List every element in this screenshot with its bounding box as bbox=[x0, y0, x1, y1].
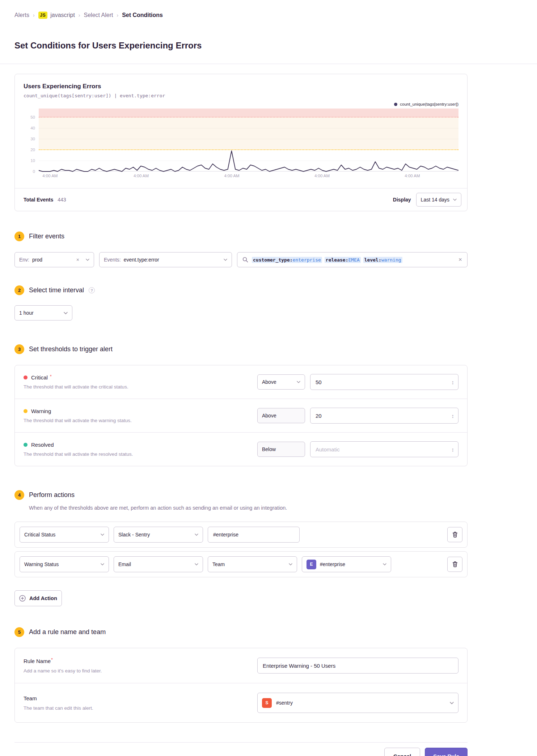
resolved-threshold-row: Resolved The threshold that will activat… bbox=[15, 432, 467, 466]
save-rule-button[interactable]: Save Rule bbox=[425, 748, 468, 756]
resolved-condition-value: Below bbox=[262, 446, 276, 452]
help-icon[interactable]: ? bbox=[89, 287, 95, 293]
chevron-down-icon bbox=[64, 312, 68, 314]
search-query-tokens: customer_type:enterprise release:EMEA le… bbox=[252, 257, 455, 263]
step-title: Perform actions bbox=[29, 491, 75, 499]
chevron-down-icon bbox=[383, 563, 386, 565]
action-team-value: #enterprise bbox=[320, 561, 345, 567]
step-rule-name: 5 Add a rule name and team Rule Name * A… bbox=[14, 627, 468, 723]
environment-select[interactable]: Env: prod × bbox=[14, 252, 94, 267]
rule-panel: Rule Name * Add a name so it's easy to f… bbox=[14, 648, 468, 723]
rule-name-help: Add a name so it's easy to find later. bbox=[24, 668, 257, 674]
x-tick: 4:00 AM bbox=[42, 174, 58, 178]
form-footer: Cancel Save Rule bbox=[14, 742, 468, 756]
number-stepper-icon[interactable]: ↕ bbox=[452, 413, 454, 419]
critical-threshold-row: Critical * The threshold that will activ… bbox=[15, 365, 467, 399]
action-service-value: Slack - Sentry bbox=[118, 532, 150, 538]
step-title: Add a rule name and team bbox=[29, 628, 106, 636]
warning-status-icon bbox=[24, 409, 28, 413]
step-number-badge: 3 bbox=[14, 344, 24, 354]
trash-icon bbox=[452, 532, 458, 538]
resolved-threshold-input[interactable] bbox=[310, 441, 458, 457]
step-number-badge: 4 bbox=[14, 490, 24, 500]
chevron-down-icon bbox=[195, 563, 198, 565]
token-value: warning bbox=[381, 257, 401, 263]
y-tick: 20 bbox=[30, 148, 35, 152]
environment-select-value: prod bbox=[32, 257, 42, 263]
search-icon bbox=[242, 257, 248, 263]
event-types-select-value: event.type:error bbox=[124, 257, 159, 263]
chevron-down-icon bbox=[289, 563, 292, 565]
team-help: The team that can edit this alert. bbox=[24, 705, 257, 711]
breadcrumb-separator: › bbox=[33, 12, 35, 18]
warning-condition-select: Above bbox=[257, 408, 305, 423]
critical-status-icon bbox=[24, 375, 28, 379]
delete-action-button[interactable] bbox=[447, 527, 462, 542]
breadcrumb-project[interactable]: JS javascript bbox=[38, 12, 75, 19]
step-title: Filter events bbox=[29, 233, 64, 240]
rule-team-row: Team The team that can edit this alert. … bbox=[15, 683, 467, 722]
y-tick: 50 bbox=[30, 115, 35, 119]
event-types-select-label: Events: bbox=[104, 257, 121, 263]
team-avatar: S bbox=[262, 698, 272, 708]
breadcrumb-separator: › bbox=[117, 12, 118, 18]
rule-name-label: Rule Name bbox=[24, 658, 51, 664]
clear-search-icon[interactable]: × bbox=[458, 256, 462, 263]
threshold-label: Critical bbox=[31, 374, 48, 381]
breadcrumb-current: Set Conditions bbox=[122, 12, 163, 18]
team-select[interactable]: S #sentry bbox=[257, 693, 458, 713]
action-service-select[interactable]: Slack - Sentry bbox=[114, 527, 203, 543]
token-key: level: bbox=[364, 257, 381, 263]
action-trigger-select[interactable]: Warning Status bbox=[20, 556, 109, 572]
clear-environment-icon[interactable]: × bbox=[76, 257, 79, 263]
step-number-badge: 2 bbox=[14, 285, 24, 295]
rule-name-row: Rule Name * Add a name so it's easy to f… bbox=[15, 648, 467, 683]
action-trigger-value: Warning Status bbox=[24, 561, 59, 567]
chart-title: Users Experiencing Errors bbox=[24, 83, 458, 90]
action-service-select[interactable]: Email bbox=[114, 556, 203, 572]
display-label: Display bbox=[393, 197, 411, 203]
action-target-type-value: Team bbox=[212, 561, 225, 567]
chevron-down-icon bbox=[450, 702, 454, 704]
search-token: customer_type:enterprise bbox=[252, 257, 322, 263]
step-thresholds: 3 Set thresholds to trigger alert Critic… bbox=[14, 344, 468, 466]
number-stepper-icon[interactable]: ↕ bbox=[452, 446, 454, 453]
chevron-down-icon bbox=[224, 259, 227, 261]
action-team-select[interactable]: E #enterprise bbox=[302, 556, 391, 572]
chart-query: count_unique(tags[sentry:user]) | event.… bbox=[24, 93, 458, 98]
add-action-button[interactable]: Add Action bbox=[14, 590, 62, 606]
cancel-button[interactable]: Cancel bbox=[384, 748, 420, 756]
event-types-select[interactable]: Events: event.type:error bbox=[99, 252, 232, 267]
critical-threshold-input[interactable] bbox=[310, 374, 458, 390]
action-row: Critical Status Slack - Sentry bbox=[14, 522, 468, 548]
breadcrumb-alerts[interactable]: Alerts bbox=[14, 12, 29, 18]
y-tick: 30 bbox=[30, 137, 35, 141]
delete-action-button[interactable] bbox=[447, 557, 462, 572]
search-token: level:warning bbox=[363, 257, 402, 263]
page-header: Set Conditions for Users Experiencing Er… bbox=[0, 19, 537, 64]
action-target-type-select[interactable]: Team bbox=[208, 556, 297, 572]
action-trigger-select[interactable]: Critical Status bbox=[20, 527, 109, 543]
legend-label: count_unique(tags[sentry:user]) bbox=[400, 102, 458, 106]
critical-condition-value: Above bbox=[262, 379, 276, 385]
team-avatar: E bbox=[306, 560, 316, 569]
critical-condition-select[interactable]: Above bbox=[257, 374, 305, 390]
threshold-description: The threshold that will activate the cri… bbox=[24, 384, 257, 390]
total-events-value: 443 bbox=[58, 197, 66, 203]
resolved-condition-select: Below bbox=[257, 442, 305, 457]
event-filter-search-input[interactable]: customer_type:enterprise release:EMEA le… bbox=[237, 252, 468, 267]
warning-threshold-input[interactable] bbox=[310, 408, 458, 424]
rule-name-input[interactable] bbox=[257, 658, 458, 674]
token-key: release: bbox=[326, 257, 348, 263]
token-key: customer_type: bbox=[253, 257, 293, 263]
display-range-select[interactable]: Last 14 days bbox=[416, 193, 461, 207]
team-select-value: #sentry bbox=[276, 700, 293, 706]
time-interval-select[interactable]: 1 hour bbox=[14, 305, 72, 320]
number-stepper-icon[interactable]: ↕ bbox=[452, 379, 454, 385]
slack-channel-input[interactable] bbox=[208, 527, 300, 543]
add-action-label: Add Action bbox=[29, 595, 57, 601]
step-time-interval: 2 Select time interval ? 1 hour bbox=[14, 285, 468, 320]
chart-panel: Users Experiencing Errors count_unique(t… bbox=[14, 74, 468, 211]
breadcrumb-select-alert[interactable]: Select Alert bbox=[84, 12, 113, 18]
environment-select-label: Env: bbox=[19, 257, 29, 263]
